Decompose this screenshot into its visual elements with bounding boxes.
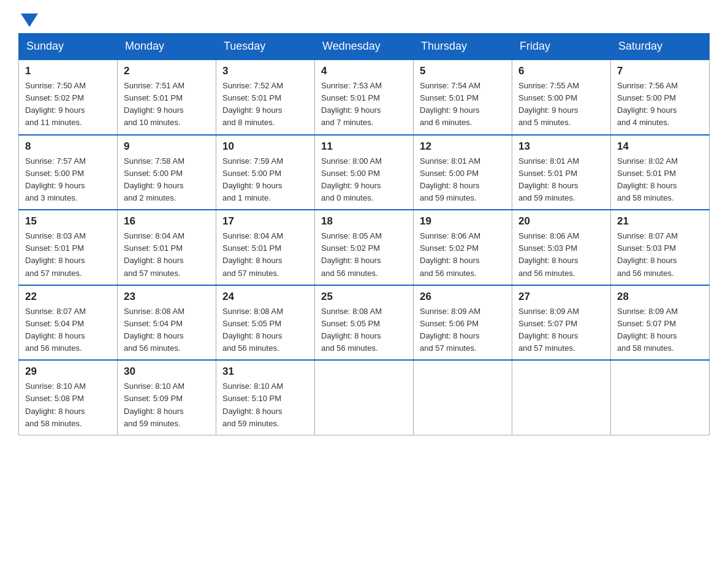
empty-cell <box>512 360 611 435</box>
day-number: 1 <box>25 65 111 77</box>
calendar-day-cell: 22 Sunrise: 8:07 AMSunset: 5:04 PMDaylig… <box>19 285 118 361</box>
weekday-header-monday: Monday <box>118 34 216 60</box>
day-info: Sunrise: 8:04 AMSunset: 5:01 PMDaylight:… <box>222 231 283 277</box>
calendar-day-cell: 20 Sunrise: 8:06 AMSunset: 5:03 PMDaylig… <box>512 210 611 285</box>
calendar-day-cell: 2 Sunrise: 7:51 AMSunset: 5:01 PMDayligh… <box>118 59 216 135</box>
empty-cell <box>315 360 414 435</box>
day-info: Sunrise: 8:09 AMSunset: 5:06 PMDaylight:… <box>420 307 480 353</box>
calendar-day-cell: 13 Sunrise: 8:01 AMSunset: 5:01 PMDaylig… <box>512 135 611 210</box>
calendar-day-cell: 10 Sunrise: 7:59 AMSunset: 5:00 PMDaylig… <box>216 135 315 210</box>
calendar-day-cell: 9 Sunrise: 7:58 AMSunset: 5:00 PMDayligh… <box>118 135 216 210</box>
day-number: 19 <box>420 215 506 228</box>
weekday-header-saturday: Saturday <box>611 34 710 60</box>
day-number: 18 <box>321 215 407 228</box>
day-info: Sunrise: 8:00 AMSunset: 5:00 PMDaylight:… <box>321 156 382 202</box>
day-info: Sunrise: 7:53 AMSunset: 5:01 PMDaylight:… <box>321 81 382 127</box>
day-number: 8 <box>25 140 111 153</box>
weekday-header-wednesday: Wednesday <box>315 34 414 60</box>
day-info: Sunrise: 8:10 AMSunset: 5:08 PMDaylight:… <box>25 381 86 427</box>
calendar-week-row: 22 Sunrise: 8:07 AMSunset: 5:04 PMDaylig… <box>19 285 710 361</box>
calendar-day-cell: 21 Sunrise: 8:07 AMSunset: 5:03 PMDaylig… <box>611 210 710 285</box>
day-number: 30 <box>124 366 210 378</box>
calendar-day-cell: 11 Sunrise: 8:00 AMSunset: 5:00 PMDaylig… <box>315 135 414 210</box>
day-info: Sunrise: 8:06 AMSunset: 5:02 PMDaylight:… <box>420 231 480 277</box>
logo-arrow-icon <box>21 13 38 27</box>
calendar-table: SundayMondayTuesdayWednesdayThursdayFrid… <box>18 33 710 435</box>
day-number: 17 <box>222 215 308 228</box>
day-number: 28 <box>617 291 703 303</box>
empty-cell <box>414 360 512 435</box>
day-info: Sunrise: 7:54 AMSunset: 5:01 PMDaylight:… <box>420 81 480 127</box>
day-number: 15 <box>25 215 111 228</box>
calendar-day-cell: 17 Sunrise: 8:04 AMSunset: 5:01 PMDaylig… <box>216 210 315 285</box>
day-info: Sunrise: 8:08 AMSunset: 5:05 PMDaylight:… <box>321 307 382 353</box>
day-number: 24 <box>222 291 308 303</box>
calendar-day-cell: 8 Sunrise: 7:57 AMSunset: 5:00 PMDayligh… <box>19 135 118 210</box>
day-number: 31 <box>222 366 308 378</box>
calendar-day-cell: 25 Sunrise: 8:08 AMSunset: 5:05 PMDaylig… <box>315 285 414 361</box>
day-number: 25 <box>321 291 407 303</box>
calendar-day-cell: 3 Sunrise: 7:52 AMSunset: 5:01 PMDayligh… <box>216 59 315 135</box>
calendar-day-cell: 30 Sunrise: 8:10 AMSunset: 5:09 PMDaylig… <box>118 360 216 435</box>
calendar-day-cell: 27 Sunrise: 8:09 AMSunset: 5:07 PMDaylig… <box>512 285 611 361</box>
day-number: 23 <box>124 291 210 303</box>
day-info: Sunrise: 8:10 AMSunset: 5:09 PMDaylight:… <box>124 381 184 427</box>
calendar-day-cell: 31 Sunrise: 8:10 AMSunset: 5:10 PMDaylig… <box>216 360 315 435</box>
calendar-week-row: 29 Sunrise: 8:10 AMSunset: 5:08 PMDaylig… <box>19 360 710 435</box>
day-number: 2 <box>124 65 210 77</box>
empty-cell <box>611 360 710 435</box>
day-number: 6 <box>518 65 604 77</box>
day-number: 11 <box>321 140 407 153</box>
day-info: Sunrise: 8:09 AMSunset: 5:07 PMDaylight:… <box>518 307 579 353</box>
day-info: Sunrise: 8:01 AMSunset: 5:01 PMDaylight:… <box>518 156 579 202</box>
calendar-week-row: 1 Sunrise: 7:50 AMSunset: 5:02 PMDayligh… <box>19 59 710 135</box>
calendar-day-cell: 19 Sunrise: 8:06 AMSunset: 5:02 PMDaylig… <box>414 210 512 285</box>
calendar-day-cell: 5 Sunrise: 7:54 AMSunset: 5:01 PMDayligh… <box>414 59 512 135</box>
day-number: 27 <box>518 291 604 303</box>
calendar-day-cell: 1 Sunrise: 7:50 AMSunset: 5:02 PMDayligh… <box>19 59 118 135</box>
calendar-day-cell: 16 Sunrise: 8:04 AMSunset: 5:01 PMDaylig… <box>118 210 216 285</box>
day-number: 7 <box>617 65 703 77</box>
calendar-day-cell: 23 Sunrise: 8:08 AMSunset: 5:04 PMDaylig… <box>118 285 216 361</box>
day-info: Sunrise: 8:10 AMSunset: 5:10 PMDaylight:… <box>222 381 283 427</box>
day-info: Sunrise: 8:08 AMSunset: 5:04 PMDaylight:… <box>124 307 184 353</box>
weekday-header-tuesday: Tuesday <box>216 34 315 60</box>
calendar-day-cell: 14 Sunrise: 8:02 AMSunset: 5:01 PMDaylig… <box>611 135 710 210</box>
day-info: Sunrise: 8:03 AMSunset: 5:01 PMDaylight:… <box>25 231 86 277</box>
day-number: 16 <box>124 215 210 228</box>
day-info: Sunrise: 7:56 AMSunset: 5:00 PMDaylight:… <box>617 81 678 127</box>
calendar-day-cell: 18 Sunrise: 8:05 AMSunset: 5:02 PMDaylig… <box>315 210 414 285</box>
day-info: Sunrise: 7:57 AMSunset: 5:00 PMDaylight:… <box>25 156 86 202</box>
calendar-day-cell: 26 Sunrise: 8:09 AMSunset: 5:06 PMDaylig… <box>414 285 512 361</box>
weekday-header-sunday: Sunday <box>19 34 118 60</box>
calendar-week-row: 8 Sunrise: 7:57 AMSunset: 5:00 PMDayligh… <box>19 135 710 210</box>
day-info: Sunrise: 8:06 AMSunset: 5:03 PMDaylight:… <box>518 231 579 277</box>
weekday-header-thursday: Thursday <box>414 34 512 60</box>
day-number: 4 <box>321 65 407 77</box>
day-info: Sunrise: 8:01 AMSunset: 5:00 PMDaylight:… <box>420 156 480 202</box>
day-info: Sunrise: 7:58 AMSunset: 5:00 PMDaylight:… <box>124 156 184 202</box>
calendar-day-cell: 4 Sunrise: 7:53 AMSunset: 5:01 PMDayligh… <box>315 59 414 135</box>
day-info: Sunrise: 8:02 AMSunset: 5:01 PMDaylight:… <box>617 156 678 202</box>
page-header <box>18 12 710 27</box>
day-info: Sunrise: 7:52 AMSunset: 5:01 PMDaylight:… <box>222 81 283 127</box>
day-info: Sunrise: 8:08 AMSunset: 5:05 PMDaylight:… <box>222 307 283 353</box>
calendar-day-cell: 24 Sunrise: 8:08 AMSunset: 5:05 PMDaylig… <box>216 285 315 361</box>
day-number: 14 <box>617 140 703 153</box>
calendar-week-row: 15 Sunrise: 8:03 AMSunset: 5:01 PMDaylig… <box>19 210 710 285</box>
calendar-day-cell: 6 Sunrise: 7:55 AMSunset: 5:00 PMDayligh… <box>512 59 611 135</box>
day-number: 29 <box>25 366 111 378</box>
day-info: Sunrise: 8:07 AMSunset: 5:03 PMDaylight:… <box>617 231 678 277</box>
calendar-header-row: SundayMondayTuesdayWednesdayThursdayFrid… <box>19 34 710 60</box>
calendar-day-cell: 7 Sunrise: 7:56 AMSunset: 5:00 PMDayligh… <box>611 59 710 135</box>
logo <box>18 12 38 27</box>
calendar-day-cell: 29 Sunrise: 8:10 AMSunset: 5:08 PMDaylig… <box>19 360 118 435</box>
day-number: 10 <box>222 140 308 153</box>
day-info: Sunrise: 7:59 AMSunset: 5:00 PMDaylight:… <box>222 156 283 202</box>
day-info: Sunrise: 8:04 AMSunset: 5:01 PMDaylight:… <box>124 231 184 277</box>
day-info: Sunrise: 7:51 AMSunset: 5:01 PMDaylight:… <box>124 81 184 127</box>
calendar-day-cell: 15 Sunrise: 8:03 AMSunset: 5:01 PMDaylig… <box>19 210 118 285</box>
day-number: 26 <box>420 291 506 303</box>
day-number: 13 <box>518 140 604 153</box>
day-number: 21 <box>617 215 703 228</box>
